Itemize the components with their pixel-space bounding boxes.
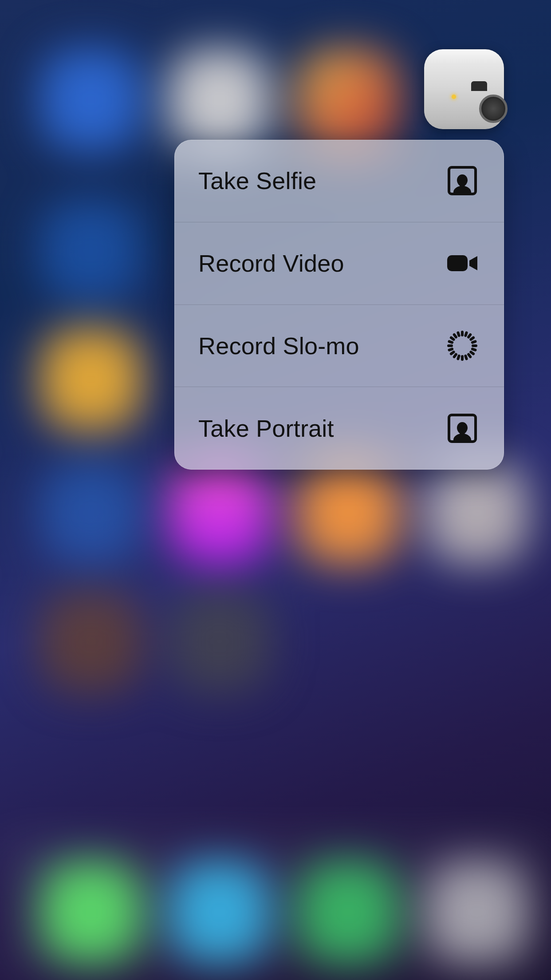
camera-app-icon[interactable] bbox=[424, 49, 504, 129]
quick-action-take-portrait[interactable]: Take Portrait bbox=[174, 387, 504, 470]
svg-rect-1 bbox=[447, 255, 468, 271]
svg-rect-2 bbox=[461, 331, 464, 336]
quick-action-take-selfie[interactable]: Take Selfie bbox=[174, 140, 504, 222]
svg-rect-7 bbox=[472, 344, 477, 347]
quick-action-record-slomo[interactable]: Record Slo-mo bbox=[174, 305, 504, 387]
quick-action-record-video[interactable]: Record Video bbox=[174, 222, 504, 305]
selfie-icon bbox=[445, 164, 480, 198]
quick-action-label: Take Selfie bbox=[198, 167, 316, 194]
svg-rect-17 bbox=[447, 344, 453, 347]
quick-action-label: Record Slo-mo bbox=[198, 332, 359, 360]
home-screen-force-touch-view: Take Selfie Record Video Record Slo-mo bbox=[0, 0, 551, 980]
svg-rect-12 bbox=[461, 355, 464, 361]
quick-action-label: Record Video bbox=[198, 249, 344, 277]
quick-action-label: Take Portrait bbox=[198, 415, 334, 442]
quick-actions-menu: Take Selfie Record Video Record Slo-mo bbox=[174, 140, 504, 470]
slomo-icon bbox=[445, 329, 480, 363]
video-icon bbox=[445, 246, 480, 280]
portrait-icon bbox=[445, 411, 480, 445]
